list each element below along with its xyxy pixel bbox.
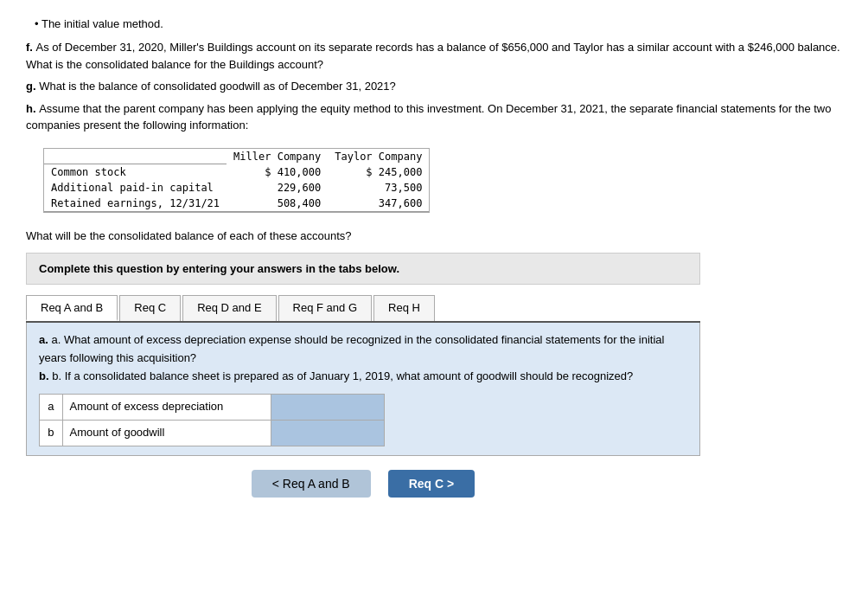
taylor-header: Taylor Company <box>328 149 429 164</box>
section-g-label: g. <box>26 80 39 93</box>
answer-row-b-input[interactable] <box>271 421 384 446</box>
financial-table: Miller Company Taylor Company Common sto… <box>44 149 429 213</box>
miller-header: Miller Company <box>227 149 328 164</box>
answer-row-a-label: Amount of excess depreciation <box>62 395 271 421</box>
content-line2-bold-b: b. <box>39 369 49 382</box>
content-area: a. a. What amount of excess depreciation… <box>26 323 700 456</box>
row-miller-retained: 508,400 <box>227 196 328 212</box>
tab-req-h[interactable]: Req H <box>373 295 435 321</box>
answer-row-a-key: a <box>40 395 63 421</box>
financial-table-border: Miller Company Taylor Company Common sto… <box>43 148 430 214</box>
section-h-label: h. <box>26 102 39 115</box>
tab-req-f-g[interactable]: Req F and G <box>278 295 372 321</box>
row-taylor-apic: 73,500 <box>328 180 429 196</box>
tab-req-a-b[interactable]: Req A and B <box>26 295 118 321</box>
tab-req-c[interactable]: Req C <box>119 295 181 321</box>
content-line2: b. b. If a consolidated balance sheet is… <box>39 368 687 386</box>
answer-table-container: a Amount of excess depreciation b Amount… <box>39 394 385 446</box>
input-goodwill[interactable] <box>278 426 377 439</box>
row-miller-common-stock: $ 410,000 <box>227 164 328 181</box>
answer-table: a Amount of excess depreciation b Amount… <box>39 394 385 446</box>
tabs-container: Req A and B Req C Req D and E Req F and … <box>26 295 700 323</box>
bullet-text: The initial value method. <box>41 17 163 30</box>
section-g: g. What is the balance of consolidated g… <box>26 78 842 95</box>
content-line2-text: b. If a consolidated balance sheet is pr… <box>52 369 633 382</box>
content-line1-bold-a: a. <box>39 333 48 346</box>
section-f: f. As of December 31, 2020, Miller's Bui… <box>26 39 842 73</box>
answer-row-b-key: b <box>40 421 63 446</box>
section-g-text: What is the balance of consolidated good… <box>39 80 396 93</box>
section-f-label: f. <box>26 41 36 54</box>
content-line1-text: a. What amount of excess depreciation ex… <box>39 333 664 364</box>
answer-row-b: b Amount of goodwill <box>40 421 385 446</box>
tab-req-d-e[interactable]: Req D and E <box>182 295 276 321</box>
table-row: Common stock $ 410,000 $ 245,000 <box>44 164 429 181</box>
financial-table-container: Miller Company Taylor Company Common sto… <box>43 148 842 216</box>
question-text: What will be the consolidated balance of… <box>26 229 842 242</box>
next-button[interactable]: Req C > <box>388 470 475 498</box>
row-miller-apic: 229,600 <box>227 180 328 196</box>
prev-button[interactable]: < Req A and B <box>252 470 371 498</box>
content-line1: a. a. What amount of excess depreciation… <box>39 331 687 368</box>
row-label-apic: Additional paid-in capital <box>44 180 227 196</box>
table-row: Retained earnings, 12/31/21 508,400 347,… <box>44 196 429 212</box>
input-excess-depreciation[interactable] <box>278 400 377 413</box>
nav-buttons: < Req A and B Req C > <box>26 470 700 498</box>
bullet-item: • The initial value method. <box>35 17 842 30</box>
instruction-box: Complete this question by entering your … <box>26 253 700 285</box>
row-taylor-common-stock: $ 245,000 <box>328 164 429 181</box>
answer-row-a: a Amount of excess depreciation <box>40 395 385 421</box>
answer-row-a-input[interactable] <box>271 395 384 421</box>
table-row: Additional paid-in capital 229,600 73,50… <box>44 180 429 196</box>
row-taylor-retained: 347,600 <box>328 196 429 212</box>
section-f-text: As of December 31, 2020, Miller's Buildi… <box>26 41 840 71</box>
answer-row-b-label: Amount of goodwill <box>62 421 271 446</box>
section-h: h. Assume that the parent company has be… <box>26 100 842 134</box>
row-label-common-stock: Common stock <box>44 164 227 181</box>
section-h-text: Assume that the parent company has been … <box>26 102 831 132</box>
row-label-retained: Retained earnings, 12/31/21 <box>44 196 227 212</box>
